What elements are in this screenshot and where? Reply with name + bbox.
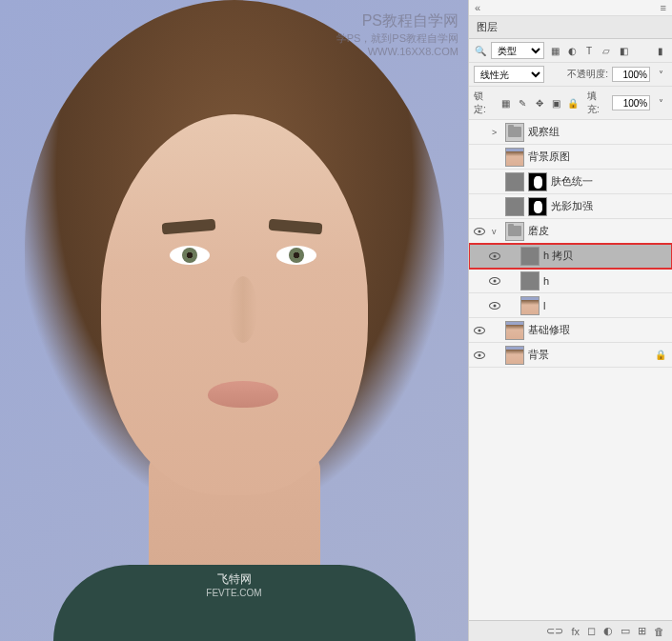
visibility-toggle[interactable] <box>471 149 488 166</box>
lock-pos-icon[interactable]: ✥ <box>533 96 546 110</box>
fx-icon[interactable]: fx <box>571 626 580 637</box>
layer-thumbnail[interactable] <box>520 296 540 315</box>
new-layer-icon[interactable]: ⊞ <box>638 625 646 637</box>
eye-icon <box>474 228 485 235</box>
watermark-bottom: 飞特网 FEVTE.COM <box>206 571 261 598</box>
disclosure-triangle[interactable]: v <box>492 227 501 236</box>
layer-name[interactable]: 观察组 <box>528 125 560 139</box>
blend-mode-select[interactable]: 线性光 <box>474 66 544 83</box>
watermark-bottom-line1: 飞特网 <box>206 571 261 588</box>
layer-thumbnail[interactable] <box>505 172 524 191</box>
watermark-top-line3: WWW.16XX8.COM <box>336 45 458 58</box>
layer-thumbnail[interactable] <box>505 346 524 365</box>
watermark-bottom-line2: FEVTE.COM <box>206 588 261 598</box>
layer-thumbnail[interactable] <box>520 271 540 290</box>
layer-row[interactable]: h <box>469 269 672 293</box>
lock-bar: 锁定: ▦ ✎ ✥ ▣ 🔒 填充: ˅ <box>469 87 672 120</box>
filter-pixel-icon[interactable]: ▦ <box>548 44 561 57</box>
collapse-icon[interactable]: « <box>475 2 480 13</box>
layer-row[interactable]: h 拷贝 <box>469 244 672 269</box>
filter-type-icon[interactable]: T <box>582 44 596 57</box>
delete-layer-icon[interactable]: 🗑 <box>654 626 664 637</box>
eye-icon <box>489 277 500 285</box>
disclosure-triangle[interactable]: > <box>492 128 501 137</box>
lock-paint-icon[interactable]: ✎ <box>516 96 529 110</box>
eye-icon <box>489 252 500 260</box>
kind-filter-select[interactable]: 类型 <box>491 42 544 59</box>
layer-thumbnail[interactable] <box>505 222 524 241</box>
layer-name[interactable]: h 拷贝 <box>543 249 573 263</box>
visibility-toggle[interactable] <box>486 272 503 290</box>
eye-icon <box>489 302 500 310</box>
visibility-toggle[interactable] <box>471 173 488 190</box>
visibility-toggle[interactable] <box>471 124 488 141</box>
visibility-toggle[interactable] <box>471 223 488 240</box>
blend-bar: 线性光 不透明度: ˅ <box>469 63 672 87</box>
visibility-toggle[interactable] <box>486 248 503 265</box>
lock-all-icon[interactable]: 🔒 <box>566 96 580 110</box>
opacity-input[interactable] <box>612 67 650 82</box>
eye-icon <box>474 327 485 334</box>
new-group-icon[interactable]: ▭ <box>621 625 630 637</box>
layer-name[interactable]: 背景原图 <box>528 150 570 164</box>
layer-list: >观察组背景原图肤色统一光影加强v磨皮h 拷贝hl基础修瑕背景🔒 <box>469 120 672 620</box>
panel-tab-layers[interactable]: 图层 <box>469 16 672 39</box>
layer-name[interactable]: 背景 <box>528 348 549 362</box>
new-adjust-icon[interactable]: ◐ <box>603 625 613 637</box>
panel-top-bar: « ≡ <box>469 0 672 16</box>
layer-thumbnail[interactable] <box>505 123 524 142</box>
fill-input[interactable] <box>612 95 650 110</box>
portrait-image <box>0 0 468 641</box>
layer-row[interactable]: 肤色统一 <box>469 170 672 194</box>
filter-shape-icon[interactable]: ▱ <box>600 44 613 57</box>
filter-smart-icon[interactable]: ◧ <box>617 44 630 57</box>
layer-row[interactable]: l <box>469 293 672 318</box>
lock-trans-icon[interactable]: ▦ <box>499 96 512 110</box>
watermark-top-line1: PS教程自学网 <box>336 11 458 31</box>
layer-row[interactable]: 光影加强 <box>469 194 672 219</box>
link-layers-icon[interactable]: ⊂⊃ <box>546 625 563 637</box>
layer-row[interactable]: 基础修瑕 <box>469 318 672 343</box>
eye-icon <box>474 351 485 359</box>
fill-chevron-icon[interactable]: ˅ <box>654 96 667 110</box>
layers-panel: « ≡ 图层 🔍 类型 ▦ ◐ T ▱ ◧ ▮ 线性光 不透明度: ˅ 锁定: … <box>468 0 672 641</box>
mask-thumbnail[interactable] <box>528 197 547 216</box>
opacity-chevron-icon[interactable]: ˅ <box>654 68 667 81</box>
watermark-top-line2: 学PS，就到PS教程自学网 <box>336 31 458 45</box>
mask-thumbnail[interactable] <box>528 172 547 191</box>
layer-thumbnail[interactable] <box>505 148 524 167</box>
layer-name[interactable]: 磨皮 <box>528 224 549 238</box>
lock-label: 锁定: <box>474 90 495 116</box>
opacity-label: 不透明度: <box>567 68 608 81</box>
filter-toggle-icon[interactable]: ▮ <box>654 44 667 57</box>
watermark-top: PS教程自学网 学PS，就到PS教程自学网 WWW.16XX8.COM <box>336 11 458 58</box>
visibility-toggle[interactable] <box>471 347 488 364</box>
visibility-toggle[interactable] <box>471 322 488 339</box>
layer-thumbnail[interactable] <box>520 247 540 266</box>
visibility-toggle[interactable] <box>486 297 503 314</box>
layer-row[interactable]: >观察组 <box>469 120 672 145</box>
panel-bottom-bar: ⊂⊃ fx ◻ ◐ ▭ ⊞ 🗑 <box>469 620 672 641</box>
layer-row[interactable]: 背景原图 <box>469 145 672 170</box>
add-mask-icon[interactable]: ◻ <box>587 625 596 637</box>
layer-row[interactable]: v磨皮 <box>469 219 672 244</box>
fill-label: 填充: <box>587 90 608 116</box>
layer-name[interactable]: 光影加强 <box>551 199 593 213</box>
layer-name[interactable]: 基础修瑕 <box>528 323 570 337</box>
lock-nest-icon[interactable]: ▣ <box>549 96 562 110</box>
filter-adjust-icon[interactable]: ◐ <box>565 44 579 57</box>
layer-row[interactable]: 背景🔒 <box>469 343 672 368</box>
filter-bar: 🔍 类型 ▦ ◐ T ▱ ◧ ▮ <box>469 39 672 63</box>
layer-name[interactable]: l <box>543 300 545 311</box>
search-icon[interactable]: 🔍 <box>474 44 487 57</box>
visibility-toggle[interactable] <box>471 198 488 215</box>
layer-name[interactable]: 肤色统一 <box>551 174 593 189</box>
panel-menu-icon[interactable]: ≡ <box>661 2 666 13</box>
layer-name[interactable]: h <box>543 275 549 287</box>
lock-icon: 🔒 <box>655 350 666 360</box>
canvas-viewport[interactable]: PS教程自学网 学PS，就到PS教程自学网 WWW.16XX8.COM 飞特网 … <box>0 0 468 641</box>
layer-thumbnail[interactable] <box>505 197 524 216</box>
layer-thumbnail[interactable] <box>505 321 524 340</box>
